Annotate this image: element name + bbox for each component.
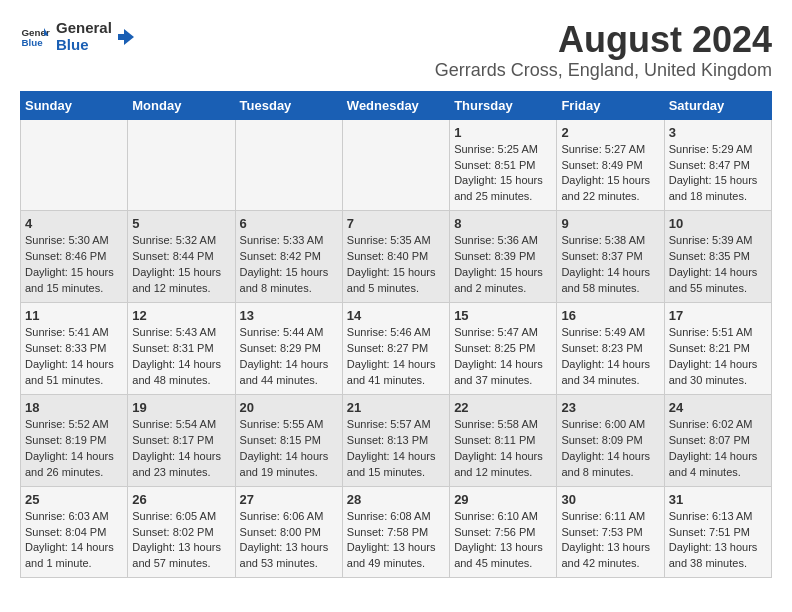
- cell-content: Sunrise: 5:30 AM Sunset: 8:46 PM Dayligh…: [25, 233, 123, 297]
- calendar-cell: 23Sunrise: 6:00 AM Sunset: 8:09 PM Dayli…: [557, 394, 664, 486]
- day-number: 8: [454, 216, 552, 231]
- cell-content: Sunrise: 5:47 AM Sunset: 8:25 PM Dayligh…: [454, 325, 552, 389]
- calendar-cell: 2Sunrise: 5:27 AM Sunset: 8:49 PM Daylig…: [557, 119, 664, 211]
- calendar-cell: 13Sunrise: 5:44 AM Sunset: 8:29 PM Dayli…: [235, 303, 342, 395]
- calendar-table: Sunday Monday Tuesday Wednesday Thursday…: [20, 91, 772, 579]
- calendar-cell: 31Sunrise: 6:13 AM Sunset: 7:51 PM Dayli…: [664, 486, 771, 578]
- calendar-cell: 7Sunrise: 5:35 AM Sunset: 8:40 PM Daylig…: [342, 211, 449, 303]
- day-number: 26: [132, 492, 230, 507]
- day-number: 10: [669, 216, 767, 231]
- cell-content: Sunrise: 6:11 AM Sunset: 7:53 PM Dayligh…: [561, 509, 659, 573]
- calendar-week-2: 4Sunrise: 5:30 AM Sunset: 8:46 PM Daylig…: [21, 211, 772, 303]
- day-number: 7: [347, 216, 445, 231]
- day-number: 21: [347, 400, 445, 415]
- day-number: 27: [240, 492, 338, 507]
- cell-content: Sunrise: 5:57 AM Sunset: 8:13 PM Dayligh…: [347, 417, 445, 481]
- col-tuesday: Tuesday: [235, 91, 342, 119]
- cell-content: Sunrise: 6:03 AM Sunset: 8:04 PM Dayligh…: [25, 509, 123, 573]
- day-number: 6: [240, 216, 338, 231]
- day-number: 14: [347, 308, 445, 323]
- calendar-cell: 18Sunrise: 5:52 AM Sunset: 8:19 PM Dayli…: [21, 394, 128, 486]
- calendar-body: 1Sunrise: 5:25 AM Sunset: 8:51 PM Daylig…: [21, 119, 772, 578]
- calendar-cell: 17Sunrise: 5:51 AM Sunset: 8:21 PM Dayli…: [664, 303, 771, 395]
- cell-content: Sunrise: 5:54 AM Sunset: 8:17 PM Dayligh…: [132, 417, 230, 481]
- calendar-week-3: 11Sunrise: 5:41 AM Sunset: 8:33 PM Dayli…: [21, 303, 772, 395]
- cell-content: Sunrise: 6:06 AM Sunset: 8:00 PM Dayligh…: [240, 509, 338, 573]
- calendar-cell: 11Sunrise: 5:41 AM Sunset: 8:33 PM Dayli…: [21, 303, 128, 395]
- cell-content: Sunrise: 6:10 AM Sunset: 7:56 PM Dayligh…: [454, 509, 552, 573]
- cell-content: Sunrise: 5:46 AM Sunset: 8:27 PM Dayligh…: [347, 325, 445, 389]
- day-number: 24: [669, 400, 767, 415]
- day-number: 19: [132, 400, 230, 415]
- cell-content: Sunrise: 5:51 AM Sunset: 8:21 PM Dayligh…: [669, 325, 767, 389]
- calendar-cell: [342, 119, 449, 211]
- day-number: 11: [25, 308, 123, 323]
- col-friday: Friday: [557, 91, 664, 119]
- logo-text-blue: Blue: [56, 37, 112, 54]
- calendar-cell: 10Sunrise: 5:39 AM Sunset: 8:35 PM Dayli…: [664, 211, 771, 303]
- page-title: August 2024: [435, 20, 772, 60]
- cell-content: Sunrise: 6:13 AM Sunset: 7:51 PM Dayligh…: [669, 509, 767, 573]
- cell-content: Sunrise: 5:29 AM Sunset: 8:47 PM Dayligh…: [669, 142, 767, 206]
- col-wednesday: Wednesday: [342, 91, 449, 119]
- day-number: 29: [454, 492, 552, 507]
- cell-content: Sunrise: 5:52 AM Sunset: 8:19 PM Dayligh…: [25, 417, 123, 481]
- cell-content: Sunrise: 5:32 AM Sunset: 8:44 PM Dayligh…: [132, 233, 230, 297]
- day-number: 3: [669, 125, 767, 140]
- cell-content: Sunrise: 5:27 AM Sunset: 8:49 PM Dayligh…: [561, 142, 659, 206]
- cell-content: Sunrise: 6:02 AM Sunset: 8:07 PM Dayligh…: [669, 417, 767, 481]
- day-number: 25: [25, 492, 123, 507]
- calendar-header: Sunday Monday Tuesday Wednesday Thursday…: [21, 91, 772, 119]
- calendar-cell: 26Sunrise: 6:05 AM Sunset: 8:02 PM Dayli…: [128, 486, 235, 578]
- calendar-cell: 15Sunrise: 5:47 AM Sunset: 8:25 PM Dayli…: [450, 303, 557, 395]
- day-number: 30: [561, 492, 659, 507]
- day-number: 22: [454, 400, 552, 415]
- calendar-cell: 22Sunrise: 5:58 AM Sunset: 8:11 PM Dayli…: [450, 394, 557, 486]
- logo: General Blue General Blue General Blue: [20, 20, 136, 53]
- day-number: 18: [25, 400, 123, 415]
- calendar-cell: 5Sunrise: 5:32 AM Sunset: 8:44 PM Daylig…: [128, 211, 235, 303]
- header-row: Sunday Monday Tuesday Wednesday Thursday…: [21, 91, 772, 119]
- calendar-cell: 21Sunrise: 5:57 AM Sunset: 8:13 PM Dayli…: [342, 394, 449, 486]
- page-subtitle: Gerrards Cross, England, United Kingdom: [435, 60, 772, 81]
- day-number: 2: [561, 125, 659, 140]
- col-monday: Monday: [128, 91, 235, 119]
- calendar-cell: 28Sunrise: 6:08 AM Sunset: 7:58 PM Dayli…: [342, 486, 449, 578]
- col-saturday: Saturday: [664, 91, 771, 119]
- calendar-cell: 9Sunrise: 5:38 AM Sunset: 8:37 PM Daylig…: [557, 211, 664, 303]
- calendar-cell: 8Sunrise: 5:36 AM Sunset: 8:39 PM Daylig…: [450, 211, 557, 303]
- day-number: 9: [561, 216, 659, 231]
- day-number: 28: [347, 492, 445, 507]
- calendar-cell: 24Sunrise: 6:02 AM Sunset: 8:07 PM Dayli…: [664, 394, 771, 486]
- calendar-cell: 30Sunrise: 6:11 AM Sunset: 7:53 PM Dayli…: [557, 486, 664, 578]
- cell-content: Sunrise: 5:33 AM Sunset: 8:42 PM Dayligh…: [240, 233, 338, 297]
- calendar-cell: 16Sunrise: 5:49 AM Sunset: 8:23 PM Dayli…: [557, 303, 664, 395]
- calendar-cell: 19Sunrise: 5:54 AM Sunset: 8:17 PM Dayli…: [128, 394, 235, 486]
- day-number: 12: [132, 308, 230, 323]
- cell-content: Sunrise: 6:00 AM Sunset: 8:09 PM Dayligh…: [561, 417, 659, 481]
- day-number: 4: [25, 216, 123, 231]
- calendar-cell: [235, 119, 342, 211]
- calendar-cell: 6Sunrise: 5:33 AM Sunset: 8:42 PM Daylig…: [235, 211, 342, 303]
- cell-content: Sunrise: 5:39 AM Sunset: 8:35 PM Dayligh…: [669, 233, 767, 297]
- cell-content: Sunrise: 5:44 AM Sunset: 8:29 PM Dayligh…: [240, 325, 338, 389]
- col-sunday: Sunday: [21, 91, 128, 119]
- cell-content: Sunrise: 5:43 AM Sunset: 8:31 PM Dayligh…: [132, 325, 230, 389]
- calendar-cell: 1Sunrise: 5:25 AM Sunset: 8:51 PM Daylig…: [450, 119, 557, 211]
- day-number: 20: [240, 400, 338, 415]
- title-block: August 2024 Gerrards Cross, England, Uni…: [435, 20, 772, 81]
- svg-text:Blue: Blue: [22, 37, 44, 48]
- calendar-cell: 14Sunrise: 5:46 AM Sunset: 8:27 PM Dayli…: [342, 303, 449, 395]
- cell-content: Sunrise: 5:58 AM Sunset: 8:11 PM Dayligh…: [454, 417, 552, 481]
- calendar-cell: 29Sunrise: 6:10 AM Sunset: 7:56 PM Dayli…: [450, 486, 557, 578]
- logo-arrow-icon: [116, 27, 136, 47]
- cell-content: Sunrise: 5:25 AM Sunset: 8:51 PM Dayligh…: [454, 142, 552, 206]
- day-number: 13: [240, 308, 338, 323]
- cell-content: Sunrise: 5:41 AM Sunset: 8:33 PM Dayligh…: [25, 325, 123, 389]
- cell-content: Sunrise: 5:38 AM Sunset: 8:37 PM Dayligh…: [561, 233, 659, 297]
- calendar-cell: 25Sunrise: 6:03 AM Sunset: 8:04 PM Dayli…: [21, 486, 128, 578]
- calendar-cell: 3Sunrise: 5:29 AM Sunset: 8:47 PM Daylig…: [664, 119, 771, 211]
- col-thursday: Thursday: [450, 91, 557, 119]
- logo-text-general: General: [56, 20, 112, 37]
- day-number: 17: [669, 308, 767, 323]
